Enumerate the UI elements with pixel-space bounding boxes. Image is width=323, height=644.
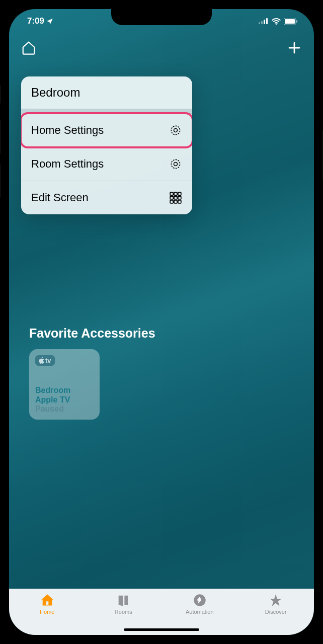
home-indicator[interactable]	[124, 628, 199, 631]
svg-rect-19	[170, 200, 173, 203]
tv-badge-label: tv	[45, 357, 51, 364]
tab-label: Discover	[265, 609, 287, 615]
apple-tv-badge: tv	[35, 355, 55, 366]
svg-rect-13	[170, 192, 173, 195]
nav-bar	[9, 40, 314, 55]
svg-rect-16	[170, 196, 173, 199]
star-icon	[268, 593, 283, 607]
svg-rect-14	[174, 192, 177, 195]
svg-rect-21	[178, 200, 181, 203]
tab-rooms[interactable]: Rooms	[101, 593, 146, 624]
svg-rect-3	[266, 18, 268, 24]
gear-icon	[169, 124, 182, 137]
cellular-icon	[259, 18, 269, 24]
screen: 7:09	[9, 9, 314, 635]
svg-rect-6	[296, 20, 297, 23]
home-icon	[40, 593, 55, 607]
svg-point-11	[174, 163, 178, 166]
accessory-status: Paused	[35, 405, 94, 414]
accessory-room: Bedroom	[35, 385, 94, 395]
svg-rect-2	[264, 20, 265, 24]
tab-discover[interactable]: Discover	[253, 593, 298, 624]
svg-rect-5	[285, 19, 295, 24]
svg-rect-15	[178, 192, 181, 195]
automation-icon	[192, 593, 207, 607]
menu-item-room-settings[interactable]: Room Settings	[21, 147, 192, 181]
tab-label: Home	[40, 609, 54, 615]
svg-rect-18	[178, 196, 181, 199]
grid-icon	[169, 191, 182, 204]
accessory-name: Apple TV	[35, 395, 94, 405]
location-icon	[46, 18, 53, 25]
menu-header: Bedroom	[21, 76, 192, 109]
tab-automation[interactable]: Automation	[177, 593, 222, 624]
gear-icon	[169, 157, 182, 171]
wifi-icon	[272, 18, 281, 25]
home-icon-button[interactable]	[21, 40, 36, 55]
volume-up-button	[0, 120, 1, 154]
accessory-info: Bedroom Apple TV Paused	[35, 385, 94, 414]
menu-item-home-settings[interactable]: Home Settings	[21, 114, 192, 147]
add-button[interactable]	[287, 40, 302, 55]
context-menu: Bedroom Home Settings Room Settings	[21, 76, 192, 214]
phone-frame: 7:09	[0, 0, 323, 644]
svg-rect-1	[261, 21, 263, 24]
tab-label: Automation	[186, 609, 214, 615]
svg-rect-17	[174, 196, 177, 199]
svg-rect-20	[174, 200, 177, 203]
tab-home[interactable]: Home	[25, 593, 70, 624]
silent-switch	[0, 85, 1, 104]
volume-down-button	[0, 164, 1, 198]
section-title: Favorite Accessories	[29, 326, 155, 341]
svg-rect-0	[259, 22, 260, 24]
svg-point-9	[174, 129, 178, 132]
menu-item-edit-screen[interactable]: Edit Screen	[21, 181, 192, 214]
accessory-tile-apple-tv[interactable]: tv Bedroom Apple TV Paused	[29, 349, 100, 420]
status-left: 7:09	[27, 16, 53, 26]
menu-item-label: Edit Screen	[31, 191, 89, 204]
svg-point-12	[171, 159, 181, 169]
status-right	[259, 16, 298, 26]
svg-point-10	[171, 125, 181, 135]
tab-label: Rooms	[115, 609, 132, 615]
notch	[111, 9, 212, 25]
rooms-icon	[116, 593, 131, 607]
menu-item-label: Room Settings	[31, 157, 104, 171]
status-time: 7:09	[27, 16, 44, 26]
menu-separator	[21, 109, 192, 114]
battery-icon	[284, 18, 298, 25]
menu-item-label: Home Settings	[31, 124, 104, 137]
